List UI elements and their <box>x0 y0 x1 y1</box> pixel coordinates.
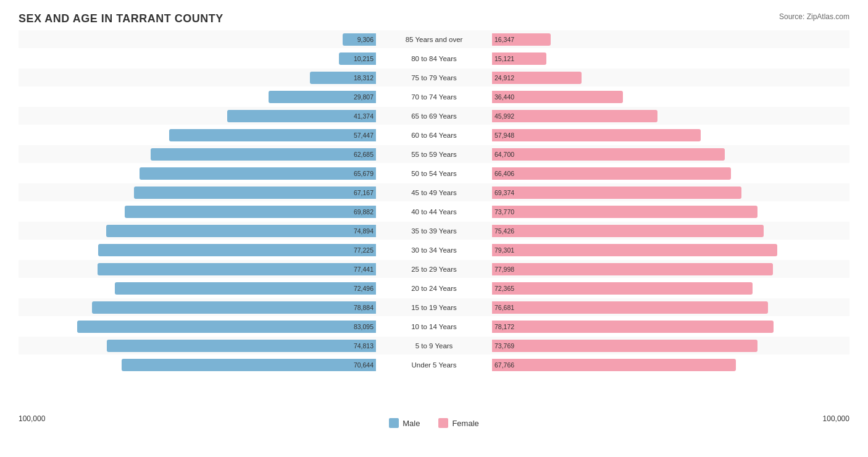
female-bar: 36,440 <box>492 91 623 103</box>
chart-container: SEX AND AGE IN TARRANT COUNTY Source: Zi… <box>0 0 868 457</box>
female-bar: 24,912 <box>492 72 582 84</box>
male-bar: 65,679 <box>140 167 376 180</box>
legend: Male Female <box>389 418 479 428</box>
right-side: 64,700 <box>490 145 849 163</box>
age-label: 70 to 74 Years <box>378 93 490 101</box>
male-bar: 77,441 <box>98 263 376 275</box>
age-label: 40 to 44 Years <box>378 208 490 216</box>
left-side: 10,215 <box>19 49 378 67</box>
male-value-inside: 41,374 <box>354 112 373 120</box>
chart-row: 41,374 65 to 69 Years 45,992 <box>19 107 849 125</box>
left-side: 70,644 <box>19 356 378 374</box>
right-side: 57,948 <box>490 126 849 144</box>
male-bar: 29,807 <box>269 91 376 103</box>
male-value-inside: 70,644 <box>354 361 373 369</box>
left-side: 77,441 <box>19 260 378 278</box>
male-value-inside: 77,441 <box>354 266 373 273</box>
male-value-inside: 29,807 <box>354 93 373 101</box>
chart-area: 9,306 85 Years and over 16,347 10,215 80… <box>19 30 849 413</box>
male-bar: 69,882 <box>125 206 376 218</box>
left-side: 83,095 <box>19 317 378 335</box>
female-value-inside: 73,769 <box>495 342 514 350</box>
female-value-inside: 76,681 <box>495 304 514 311</box>
female-value-inside: 77,998 <box>495 266 514 273</box>
male-bar: 72,496 <box>115 282 376 295</box>
age-label: 5 to 9 Years <box>378 342 490 350</box>
right-side: 79,301 <box>490 241 849 259</box>
age-label: 45 to 49 Years <box>378 189 490 196</box>
female-bar: 78,172 <box>492 321 774 333</box>
right-side: 36,440 <box>490 88 849 106</box>
left-side: 67,167 <box>19 183 378 201</box>
male-bar: 9,306 <box>343 33 376 46</box>
age-label: 30 to 34 Years <box>378 246 490 254</box>
chart-row: 77,441 25 to 29 Years 77,998 <box>19 260 849 278</box>
male-bar: 18,312 <box>310 72 376 84</box>
male-bar: 78,884 <box>92 301 376 314</box>
female-value-inside: 66,406 <box>495 170 514 177</box>
age-label: 75 to 79 Years <box>378 74 490 82</box>
left-side: 9,306 <box>19 30 378 48</box>
left-side: 57,447 <box>19 126 378 144</box>
male-bar: 83,095 <box>77 321 376 333</box>
male-value-inside: 65,679 <box>354 170 373 177</box>
age-label: 55 to 59 Years <box>378 151 490 158</box>
male-bar: 57,447 <box>169 129 376 141</box>
female-bar: 66,406 <box>492 167 731 180</box>
male-value-inside: 74,813 <box>354 342 373 350</box>
chart-row: 70,644 Under 5 Years 67,766 <box>19 356 849 374</box>
chart-row: 57,447 60 to 64 Years 57,948 <box>19 126 849 144</box>
female-value-inside: 72,365 <box>495 285 514 292</box>
right-side: 67,766 <box>490 356 849 374</box>
chart-title: SEX AND AGE IN TARRANT COUNTY <box>19 12 849 25</box>
male-bar: 74,894 <box>106 225 376 237</box>
right-side: 73,770 <box>490 203 849 220</box>
age-label: 25 to 29 Years <box>378 266 490 273</box>
male-bar: 67,167 <box>134 187 376 199</box>
female-value-inside: 75,426 <box>495 227 514 235</box>
female-value-inside: 73,770 <box>495 208 514 216</box>
legend-male-box <box>389 418 399 428</box>
age-label: 60 to 64 Years <box>378 132 490 139</box>
age-label: 20 to 24 Years <box>378 285 490 292</box>
left-side: 29,807 <box>19 88 378 106</box>
female-value-inside: 78,172 <box>495 323 514 330</box>
female-value-inside: 57,948 <box>495 132 514 139</box>
chart-row: 77,225 30 to 34 Years 79,301 <box>19 241 849 259</box>
left-side: 69,882 <box>19 203 378 220</box>
age-label: Under 5 Years <box>378 361 490 369</box>
right-side: 78,172 <box>490 317 849 335</box>
age-label: 10 to 14 Years <box>378 323 490 330</box>
chart-row: 29,807 70 to 74 Years 36,440 <box>19 88 849 106</box>
chart-row: 74,894 35 to 39 Years 75,426 <box>19 222 849 240</box>
female-bar: 73,770 <box>492 206 757 218</box>
female-value-inside: 24,912 <box>495 74 514 82</box>
female-value-inside: 79,301 <box>495 246 514 254</box>
chart-row: 72,496 20 to 24 Years 72,365 <box>19 279 849 297</box>
left-side: 72,496 <box>19 279 378 297</box>
left-side: 74,894 <box>19 222 378 240</box>
female-bar: 15,121 <box>492 52 546 65</box>
male-bar: 74,813 <box>107 340 376 352</box>
female-bar: 75,426 <box>492 225 764 237</box>
male-value-inside: 72,496 <box>354 285 373 292</box>
chart-row: 78,884 15 to 19 Years 76,681 <box>19 298 849 316</box>
male-bar: 77,225 <box>98 244 376 256</box>
female-bar: 76,681 <box>492 301 768 314</box>
female-bar: 79,301 <box>492 244 777 256</box>
legend-male-label: Male <box>403 419 420 428</box>
left-side: 41,374 <box>19 107 378 125</box>
right-side: 69,374 <box>490 183 849 201</box>
right-side: 24,912 <box>490 69 849 86</box>
right-side: 72,365 <box>490 279 849 297</box>
male-value-inside: 10,215 <box>354 55 373 62</box>
female-value-inside: 69,374 <box>495 189 514 196</box>
right-side: 73,769 <box>490 337 849 354</box>
chart-row: 83,095 10 to 14 Years 78,172 <box>19 317 849 335</box>
male-value-inside: 78,884 <box>354 304 373 311</box>
female-value-inside: 45,992 <box>495 112 514 120</box>
male-bar: 41,374 <box>227 110 376 122</box>
female-bar: 69,374 <box>492 187 741 199</box>
right-side: 76,681 <box>490 298 849 316</box>
female-value-inside: 67,766 <box>495 361 514 369</box>
